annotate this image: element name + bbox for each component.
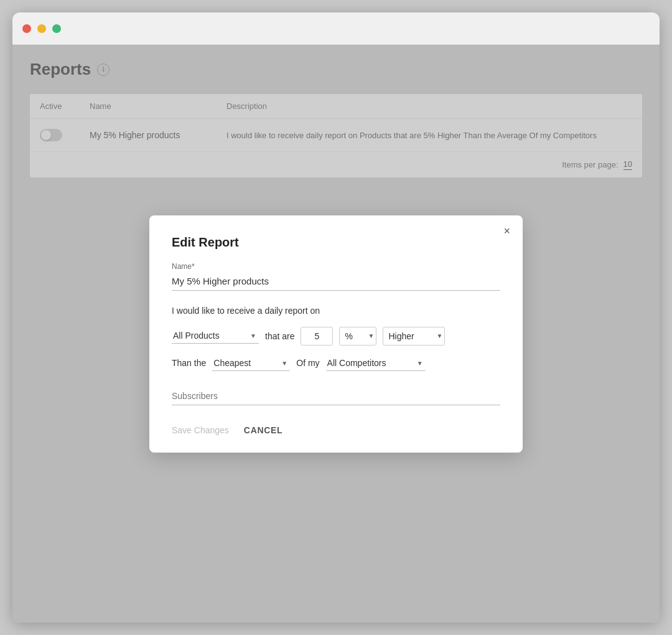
competitors-select-wrapper: All Competitors Selected Competitors ▼ — [326, 355, 426, 371]
maximize-button[interactable] — [52, 24, 61, 33]
close-button[interactable] — [22, 24, 31, 33]
cheapest-select-wrapper: Cheapest Average Most Expensive ▼ — [212, 355, 290, 371]
content-area: Reports ℹ Active Name Description My 5% … — [12, 45, 660, 623]
modal-overlay: × Edit Report Name* I would like to rece… — [12, 45, 660, 623]
modal-close-button[interactable]: × — [503, 225, 510, 237]
report-description-text: I would like to receive a daily report o… — [172, 306, 500, 316]
than-the-label: Than the — [172, 358, 206, 368]
save-changes-button[interactable]: Save Changes — [172, 425, 229, 435]
higher-select-wrapper: Higher Lower ▼ — [383, 327, 445, 346]
percent-select[interactable]: % $ — [339, 327, 376, 346]
name-input[interactable] — [172, 273, 500, 291]
than-row: Than the Cheapest Average Most Expensive… — [172, 355, 500, 371]
of-my-label: Of my — [296, 358, 319, 368]
products-select[interactable]: All Products Selected Products — [172, 328, 259, 344]
main-window: Reports ℹ Active Name Description My 5% … — [12, 12, 660, 623]
pct-select-wrapper: % $ ▼ — [339, 327, 376, 346]
name-field-label: Name* — [172, 262, 500, 271]
condition-row-1: All Products Selected Products ▼ that ar… — [172, 327, 500, 346]
minimize-button[interactable] — [37, 24, 46, 33]
subscribers-input[interactable] — [172, 386, 500, 405]
cancel-button[interactable]: CANCEL — [244, 425, 283, 435]
edit-report-modal: × Edit Report Name* I would like to rece… — [149, 215, 523, 453]
modal-footer: Save Changes CANCEL — [172, 425, 500, 435]
titlebar — [12, 12, 660, 45]
competitors-select[interactable]: All Competitors Selected Competitors — [326, 355, 426, 371]
products-select-wrapper: All Products Selected Products ▼ — [172, 328, 259, 344]
cheapest-select[interactable]: Cheapest Average Most Expensive — [212, 355, 290, 371]
higher-select[interactable]: Higher Lower — [383, 327, 445, 346]
that-are-label: that are — [265, 331, 294, 341]
modal-title: Edit Report — [172, 235, 500, 250]
number-input[interactable] — [301, 327, 333, 346]
